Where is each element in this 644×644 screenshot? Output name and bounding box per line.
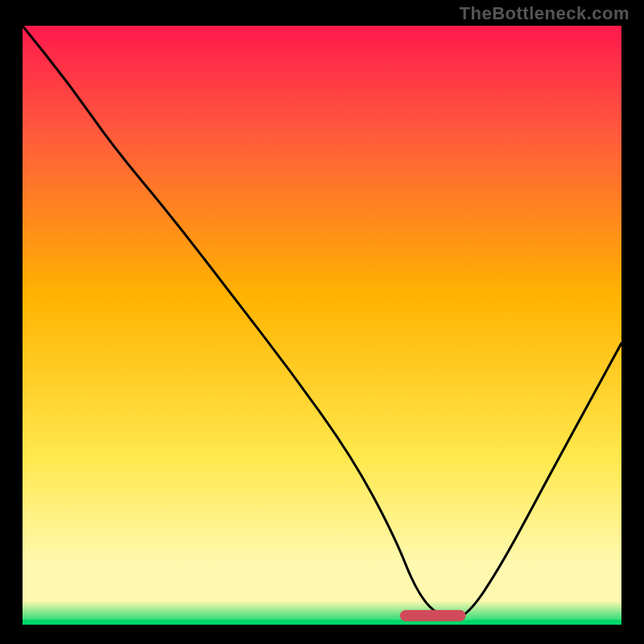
svg-rect-0	[23, 26, 621, 625]
chart-svg	[23, 26, 621, 625]
bottleneck-chart	[23, 26, 621, 625]
optimal-zone-marker	[400, 610, 466, 621]
svg-rect-1	[23, 620, 621, 625]
attribution-label: TheBottleneck.com	[460, 3, 630, 24]
